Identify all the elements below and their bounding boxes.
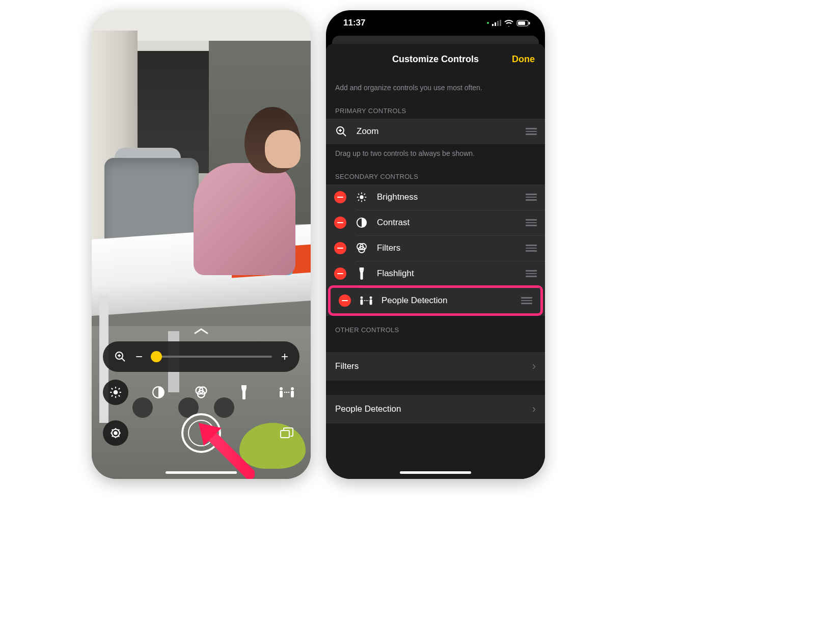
secondary-row-people-detection[interactable]: People Detection — [328, 285, 543, 316]
magnifier-app-screenshot: − + — [92, 10, 311, 479]
svg-rect-40 — [500, 20, 501, 26]
svg-line-54 — [364, 200, 365, 201]
zoom-track[interactable] — [152, 356, 272, 358]
svg-point-48 — [360, 195, 363, 199]
row-label: Filters — [377, 243, 400, 253]
remove-button[interactable] — [334, 191, 346, 203]
primary-row-zoom[interactable]: Zoom — [326, 119, 545, 144]
remove-button[interactable] — [339, 294, 351, 307]
wifi-icon — [504, 20, 513, 26]
svg-rect-42 — [518, 21, 525, 25]
filters-button[interactable] — [188, 380, 214, 405]
battery-icon — [516, 20, 531, 26]
svg-point-22 — [284, 392, 286, 393]
svg-point-64 — [370, 297, 372, 299]
secondary-controls-header: SECONDARY CONTROLS — [326, 162, 545, 184]
done-button[interactable]: Done — [512, 44, 535, 74]
chevron-right-icon: › — [532, 360, 536, 373]
cellular-icon — [492, 20, 501, 26]
svg-point-4 — [114, 390, 118, 395]
remove-button[interactable] — [334, 267, 346, 280]
intro-note: Add and organize controls you use most o… — [326, 74, 545, 96]
svg-line-55 — [358, 200, 359, 201]
shutter-button[interactable] — [181, 413, 221, 453]
svg-line-56 — [364, 194, 365, 195]
secondary-controls-row — [103, 377, 299, 408]
home-indicator[interactable] — [166, 471, 237, 474]
row-label: Contrast — [377, 218, 410, 228]
status-time: 11:37 — [343, 18, 365, 28]
svg-point-36 — [487, 22, 489, 24]
zoom-minus[interactable]: − — [135, 350, 143, 364]
camera-viewfinder — [92, 10, 311, 479]
brightness-button[interactable] — [103, 380, 128, 405]
multiwindow-button[interactable] — [274, 420, 299, 446]
row-label: Flashlight — [377, 269, 414, 279]
svg-rect-19 — [280, 391, 283, 397]
row-label: People Detection — [381, 296, 447, 306]
drag-handle-icon[interactable] — [521, 297, 532, 304]
svg-line-11 — [112, 395, 113, 396]
remove-button[interactable] — [334, 242, 346, 254]
zoom-plus[interactable]: + — [281, 350, 288, 364]
zoom-thumb[interactable] — [151, 351, 162, 362]
svg-point-62 — [360, 297, 363, 299]
svg-rect-17 — [241, 385, 247, 388]
svg-rect-21 — [291, 391, 294, 397]
row-label: Brightness — [377, 192, 418, 202]
svg-rect-39 — [497, 21, 499, 26]
svg-rect-43 — [529, 22, 530, 24]
secondary-row-brightness[interactable]: Brightness — [326, 184, 545, 210]
primary-controls-header: PRIMARY CONTROLS — [326, 96, 545, 119]
secondary-row-filters[interactable]: Filters — [326, 235, 545, 261]
drag-handle-icon[interactable] — [526, 270, 537, 277]
svg-rect-63 — [360, 300, 363, 305]
svg-rect-65 — [370, 300, 372, 305]
svg-line-10 — [119, 395, 120, 396]
svg-rect-61 — [360, 267, 364, 270]
other-row-filters[interactable]: Filters › — [326, 352, 545, 381]
flashlight-icon — [355, 266, 369, 281]
zoom-in-icon — [114, 351, 126, 363]
flashlight-button[interactable] — [231, 380, 257, 405]
secondary-row-contrast[interactable]: Contrast — [326, 210, 545, 235]
svg-line-53 — [358, 194, 359, 195]
chevron-up-icon[interactable] — [194, 327, 208, 335]
secondary-row-flashlight[interactable]: Flashlight — [326, 261, 545, 286]
home-indicator[interactable] — [400, 471, 471, 474]
drag-handle-icon[interactable] — [526, 219, 537, 226]
contrast-button[interactable] — [146, 380, 171, 405]
svg-line-34 — [119, 430, 120, 431]
other-controls-header: OTHER CONTROLS — [326, 315, 545, 338]
svg-point-20 — [291, 387, 294, 390]
contrast-icon — [355, 216, 369, 230]
svg-point-66 — [364, 300, 365, 301]
zoom-slider[interactable]: − + — [103, 341, 299, 372]
chevron-right-icon: › — [532, 403, 536, 416]
bottom-controls-row — [103, 413, 299, 453]
primary-controls-list: Zoom — [326, 119, 545, 144]
customize-controls-screenshot: 11:37 Customize Controls — [326, 10, 545, 479]
row-label: People Detection — [335, 404, 401, 414]
svg-point-24 — [288, 392, 290, 393]
svg-point-68 — [367, 300, 368, 301]
other-row-people-detection[interactable]: People Detection › — [326, 395, 545, 423]
svg-line-32 — [119, 436, 120, 437]
secondary-controls-list: Brightness Contrast — [326, 184, 545, 316]
remove-button[interactable] — [334, 217, 346, 229]
brightness-icon — [355, 190, 369, 204]
svg-line-9 — [112, 388, 113, 389]
background-sheet-peek — [332, 36, 539, 44]
drag-handle-icon[interactable] — [526, 245, 537, 252]
status-bar: 11:37 — [326, 10, 545, 36]
people-detection-button[interactable] — [274, 380, 299, 405]
svg-rect-38 — [495, 22, 496, 26]
svg-line-31 — [112, 430, 113, 431]
row-label: Filters — [335, 361, 359, 371]
zoom-in-icon — [334, 124, 348, 139]
drag-handle-icon[interactable] — [526, 194, 537, 201]
svg-rect-35 — [281, 431, 289, 438]
svg-line-1 — [122, 358, 125, 361]
drag-handle-icon[interactable] — [526, 128, 537, 135]
settings-button[interactable] — [103, 420, 128, 446]
